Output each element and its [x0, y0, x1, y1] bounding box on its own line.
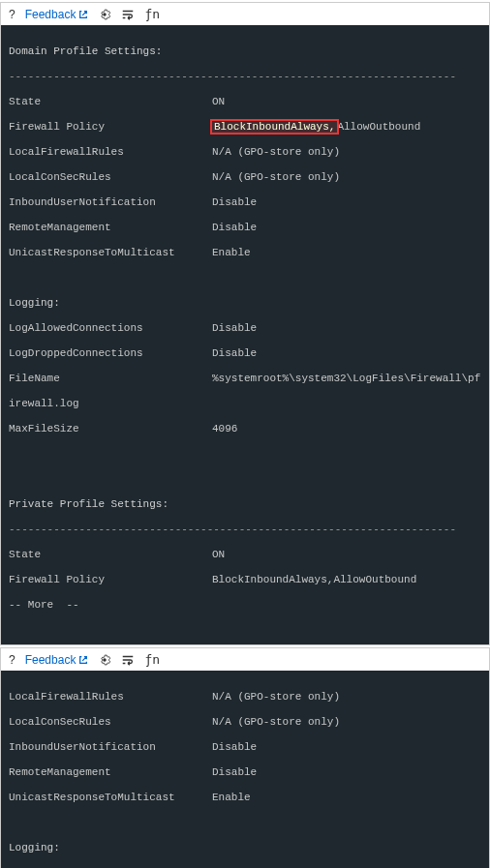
- toolbar: ? Feedback ƒn: [1, 3, 489, 25]
- section-heading: Private Profile Settings:: [9, 498, 481, 511]
- feedback-label: Feedback: [25, 653, 77, 667]
- feedback-link[interactable]: Feedback: [25, 653, 89, 667]
- divider: ----------------------------------------…: [9, 71, 481, 83]
- output-row: InboundUserNotificationDisable: [9, 196, 481, 209]
- output-row: LogAllowedConnectionsDisable: [9, 322, 481, 335]
- feedback-label: Feedback: [25, 8, 77, 21]
- output-row: MaxFileSize4096: [9, 423, 481, 435]
- blank-line: [9, 272, 481, 284]
- terminal-output: LocalFirewallRulesN/A (GPO-store only) L…: [1, 671, 489, 868]
- blank-line: [9, 817, 481, 829]
- output-row: RemoteManagementDisable: [9, 222, 481, 234]
- terminal-output: Domain Profile Settings: ---------------…: [1, 25, 489, 644]
- output-row: LocalFirewallRulesN/A (GPO-store only): [9, 146, 481, 159]
- output-row: UnicastResponseToMulticastEnable: [9, 792, 481, 804]
- output-row: LocalFirewallRulesN/A (GPO-store only): [9, 691, 481, 703]
- divider: ----------------------------------------…: [9, 524, 481, 536]
- output-row: RemoteManagementDisable: [9, 766, 481, 779]
- fn-button[interactable]: ƒn: [144, 652, 160, 667]
- terminal-panel: ? Feedback ƒn Domain Profile Settings: -…: [0, 2, 490, 645]
- output-row: irewall.log: [9, 398, 481, 410]
- output-row: StateON: [9, 549, 481, 561]
- output-row: Firewall PolicyBlockInboundAlways,AllowO…: [9, 121, 481, 134]
- fn-button[interactable]: ƒn: [144, 7, 160, 21]
- external-link-icon: [78, 655, 88, 665]
- gear-icon[interactable]: [98, 8, 111, 21]
- output-row: LocalConSecRulesN/A (GPO-store only): [9, 171, 481, 184]
- terminal-panel: ? Feedback ƒn LocalFirewallRulesN/A (GPO…: [0, 647, 490, 868]
- output-row: StateON: [9, 96, 481, 108]
- blank-line: [9, 448, 481, 461]
- section-heading: Domain Profile Settings:: [9, 45, 481, 58]
- help-button[interactable]: ?: [9, 8, 15, 21]
- output-row: Firewall PolicyBlockInboundAlways,AllowO…: [9, 574, 481, 586]
- blank-line: [9, 473, 481, 486]
- section-heading: Logging:: [9, 297, 481, 310]
- output-row: InboundUserNotificationDisable: [9, 741, 481, 754]
- toolbar: ? Feedback ƒn: [1, 648, 489, 671]
- gear-icon[interactable]: [98, 653, 111, 667]
- output-row: LogDroppedConnectionsDisable: [9, 347, 481, 360]
- feedback-link[interactable]: Feedback: [25, 8, 89, 21]
- wrap-icon[interactable]: [121, 653, 135, 667]
- external-link-icon: [78, 10, 88, 19]
- output-row: LocalConSecRulesN/A (GPO-store only): [9, 716, 481, 729]
- section-heading: Logging:: [9, 842, 481, 854]
- wrap-icon[interactable]: [121, 8, 135, 21]
- output-row: FileName%systemroot%\system32\LogFiles\F…: [9, 373, 481, 385]
- help-button[interactable]: ?: [9, 653, 15, 667]
- more-pager[interactable]: -- More --: [9, 599, 481, 612]
- output-row: UnicastResponseToMulticastEnable: [9, 247, 481, 259]
- highlighted-text: BlockInboundAlways,: [212, 121, 337, 133]
